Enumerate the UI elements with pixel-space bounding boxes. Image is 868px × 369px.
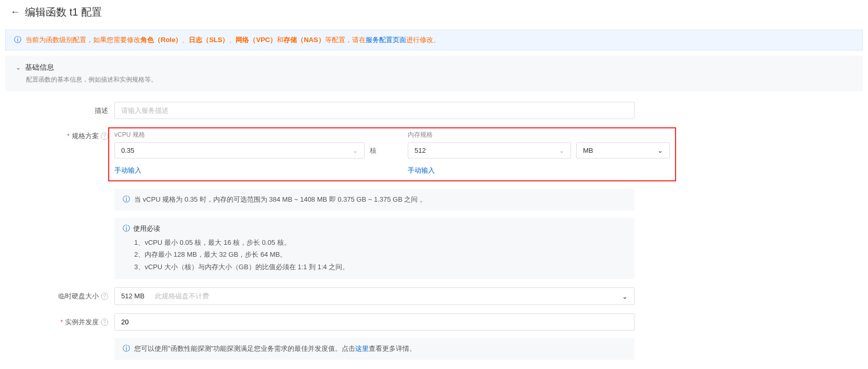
back-arrow-icon[interactable]: ← — [10, 7, 20, 18]
info-icon: ⓘ — [123, 195, 130, 204]
mem-manual-input-link[interactable]: 手动输入 — [408, 166, 435, 175]
help-icon[interactable]: ? — [101, 133, 108, 140]
vcpu-spec-label: vCPU 规格 — [114, 130, 377, 139]
vcpu-select[interactable]: 0.35 ⌄ — [114, 142, 365, 159]
alert-banner: ⓘ 当前为函数级别配置，如果您需要修改角色（Role）、日志（SLS）、网络（V… — [5, 30, 863, 50]
chevron-down-icon: ⌄ — [353, 147, 358, 154]
help-icon[interactable]: ? — [101, 293, 108, 300]
chevron-down-icon: ⌄ — [622, 293, 628, 300]
chevron-down-icon: ⌄ — [559, 147, 564, 154]
spec-label: *规格方案? — [10, 127, 114, 141]
range-info-box: ⓘ 当 vCPU 规格为 0.35 时，内存的可选范围为 384 MB ~ 14… — [114, 189, 634, 210]
info-icon: ⓘ — [123, 224, 130, 233]
spec-highlight-box: vCPU 规格 0.35 ⌄ 核 手动输入 内存规格 — [108, 127, 676, 181]
chevron-down-icon: ⌄ — [16, 64, 21, 71]
mem-spec-label: 内存规格 — [408, 130, 670, 139]
info-icon: ⓘ — [123, 344, 130, 353]
chevron-down-icon: ⌄ — [657, 147, 663, 154]
vcpu-manual-input-link[interactable]: 手动输入 — [114, 166, 141, 175]
vcpu-unit: 核 — [370, 146, 377, 155]
section-desc: 配置函数的基本信息，例如描述和实例规格等。 — [16, 75, 852, 84]
concurrency-input[interactable] — [114, 313, 634, 331]
memory-unit-select[interactable]: MB ⌄ — [576, 142, 670, 159]
memory-select[interactable]: 512 ⌄ — [408, 142, 571, 159]
perf-info-box: ⓘ 您可以使用"函数性能探测"功能探测满足您业务需求的最佳并发度值。点击这里查看… — [114, 338, 634, 360]
disk-label: 临时硬盘大小? — [10, 287, 114, 301]
alert-text: 当前为函数级别配置，如果您需要修改角色（Role）、日志（SLS）、网络（VPC… — [25, 35, 440, 45]
section-basic-info: ⌄ 基础信息 配置函数的基本信息，例如描述和实例规格等。 — [5, 56, 863, 91]
help-icon[interactable]: ? — [101, 319, 108, 326]
section-toggle[interactable]: ⌄ 基础信息 — [16, 63, 852, 72]
desc-label: 描述 — [10, 102, 114, 115]
section-title: 基础信息 — [25, 63, 54, 72]
perf-detail-link[interactable]: 这里 — [355, 345, 369, 352]
concurrency-label: *实例并发度? — [10, 313, 114, 327]
description-input[interactable] — [114, 102, 634, 119]
service-config-link[interactable]: 服务配置页面 — [366, 36, 406, 44]
usage-info-box: ⓘ 使用必读 1、vCPU 最小 0.05 核，最大 16 核，步长 0.05 … — [114, 218, 634, 279]
page-title: 编辑函数 t1 配置 — [25, 5, 102, 19]
disk-size-select[interactable]: 512 MB此规格磁盘不计费 ⌄ — [114, 287, 634, 305]
info-icon: ⓘ — [14, 35, 21, 45]
